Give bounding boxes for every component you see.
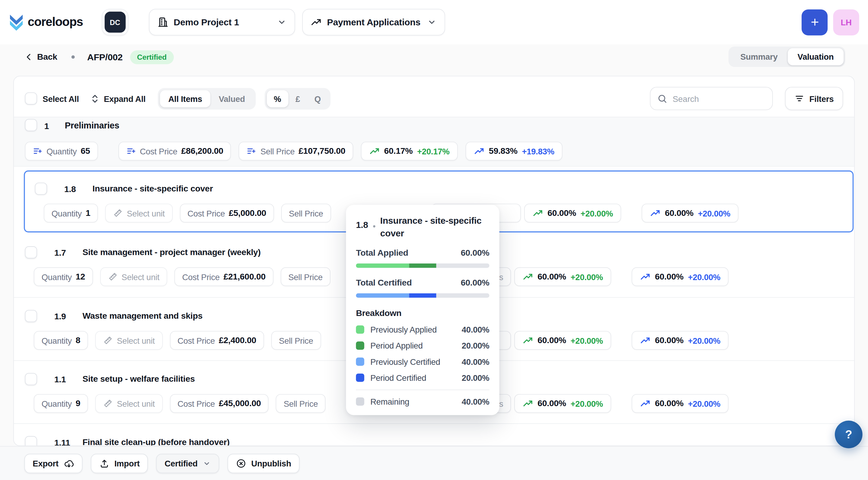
sell-price-chip[interactable]: Sell Price xyxy=(271,331,321,350)
select-unit-chip[interactable]: Select unit xyxy=(95,331,162,350)
chip-label: s xyxy=(499,272,503,281)
cost-price-chip[interactable]: Cost Price£45,000.00 xyxy=(170,394,269,413)
import-button[interactable]: Import xyxy=(91,454,148,473)
chip-value: 8 xyxy=(76,335,81,345)
cost-price-chip[interactable]: Cost Price£2,400.00 xyxy=(170,331,264,350)
percent-value: 60.00% xyxy=(537,271,566,282)
row-chips: Quantity9Select unitCost Price£45,000.00… xyxy=(34,394,326,413)
add-button[interactable] xyxy=(802,9,828,35)
applied-progress-bar xyxy=(356,263,489,268)
app-screen: coreloops DC Demo Project 1 xyxy=(0,0,868,480)
top-header: coreloops DC Demo Project 1 xyxy=(0,0,868,44)
applied-percent-chip[interactable]: 60.00%+20.00% xyxy=(514,267,611,286)
select-unit-chip[interactable]: Select unit xyxy=(105,203,173,222)
percent-delta: +20.00% xyxy=(688,272,720,281)
help-button[interactable]: ? xyxy=(835,421,863,448)
user-avatar[interactable]: LH xyxy=(833,9,859,35)
tooltip-item-number: 1.8 xyxy=(356,220,368,240)
module-selector-label: Payment Applications xyxy=(327,17,421,27)
certified-percent-chip[interactable]: 60.00%+20.00% xyxy=(631,394,728,413)
certified-percent-chip[interactable]: 60.00%+20.00% xyxy=(631,267,728,286)
percent-delta: +20.00% xyxy=(688,335,720,345)
bar-segment xyxy=(409,293,436,298)
trending-up-icon xyxy=(640,271,651,282)
applied-percent-chip[interactable]: 60.00%+20.00% xyxy=(514,394,611,413)
chip-label: Cost Price xyxy=(187,209,225,218)
percent-delta: +20.00% xyxy=(570,272,603,281)
applied-percent-chip[interactable]: 60.00%+20.00% xyxy=(524,203,621,222)
breakdown-heading: Breakdown xyxy=(356,309,489,318)
row-checkbox[interactable] xyxy=(25,246,37,258)
tab-summary[interactable]: Summary xyxy=(731,48,788,65)
project-selector[interactable]: Demo Project 1 xyxy=(149,9,295,35)
sell-price-chip[interactable]: Sell Price xyxy=(281,203,331,222)
legend-swatch xyxy=(356,358,364,366)
org-switcher[interactable]: DC xyxy=(102,9,128,35)
quantity-chip[interactable]: Quantity8 xyxy=(34,331,88,350)
select-unit-chip[interactable]: Select unit xyxy=(100,267,167,286)
row-chips: Quantity12Select unitCost Price£21,600.0… xyxy=(34,267,330,286)
quantity-chip[interactable]: Quantity9 xyxy=(34,394,88,413)
certified-progress-bar xyxy=(356,293,489,298)
row-number: 1.8 xyxy=(64,184,76,194)
valuation-row[interactable]: 1.11Final site clean-up (before handover… xyxy=(14,423,854,446)
quantity-chip[interactable]: Quantity12 xyxy=(34,267,93,286)
divider xyxy=(356,390,489,390)
breakdown-legend: Previously Applied40.00%Period Applied20… xyxy=(356,325,489,383)
chip-label: Cost Price xyxy=(182,272,220,281)
row-checkbox[interactable] xyxy=(25,373,37,385)
chip-label: Select unit xyxy=(117,398,155,408)
row-title: Site management - project manager (weekl… xyxy=(82,247,260,257)
tab-valuation[interactable]: Valuation xyxy=(787,48,843,65)
legend-swatch xyxy=(356,326,364,334)
legend-row: Period Certified20.00% xyxy=(356,373,489,382)
percent-value: 60.00% xyxy=(655,398,683,409)
quantity-chip[interactable]: Quantity1 xyxy=(44,203,98,222)
chip-value: 1 xyxy=(86,208,91,218)
row-number: 1.9 xyxy=(54,312,66,321)
application-reference: AFP/002 xyxy=(87,52,123,62)
cloud-download-icon xyxy=(63,458,74,469)
certified-percent-chip[interactable]: 60.00%+20.00% xyxy=(631,331,728,350)
chip-label: Quantity xyxy=(52,209,82,218)
export-label: Export xyxy=(33,459,59,468)
cost-price-chip[interactable]: Cost Price£21,600.00 xyxy=(174,267,273,286)
cost-price-chip[interactable]: Cost Price£5,000.00 xyxy=(180,203,274,222)
back-button[interactable]: Back xyxy=(25,52,57,62)
chip-label: Cost Price xyxy=(177,398,215,408)
chip-value: £2,400.00 xyxy=(219,335,256,345)
chip-label: Select unit xyxy=(127,209,165,218)
tooltip-item-title: Insurance - site-specific cover xyxy=(380,214,490,240)
chip-label: Sell Price xyxy=(288,272,323,281)
footer-bar: Export Import Certified xyxy=(0,446,868,480)
percent-value: 60.00% xyxy=(655,335,683,345)
ruler-icon xyxy=(103,398,113,409)
chevron-down-icon xyxy=(427,17,437,27)
certified-percent-chip[interactable]: 60.00%+20.00% xyxy=(642,203,739,222)
export-button[interactable]: Export xyxy=(25,454,82,473)
sell-price-chip[interactable]: Sell Price xyxy=(276,394,326,413)
certified-status-dropdown[interactable]: Certified xyxy=(156,454,219,473)
project-selector-label: Demo Project 1 xyxy=(174,17,239,27)
unpublish-label: Unpublish xyxy=(251,459,291,468)
total-applied-value: 60.00% xyxy=(461,248,490,258)
legend-value: 20.00% xyxy=(462,341,490,350)
row-checkbox[interactable] xyxy=(35,183,47,195)
chip-value: 12 xyxy=(76,271,85,282)
applied-percent-chip[interactable]: 60.00%+20.00% xyxy=(514,331,611,350)
legend-swatch xyxy=(356,397,364,406)
chip-label: Quantity xyxy=(42,398,72,408)
row-checkbox[interactable] xyxy=(25,436,37,446)
ruler-icon xyxy=(113,208,123,218)
sell-price-chip[interactable]: Sell Price xyxy=(280,267,330,286)
unpublish-button[interactable]: Unpublish xyxy=(227,454,300,473)
select-unit-chip[interactable]: Select unit xyxy=(95,394,162,413)
legend-value: 40.00% xyxy=(462,325,490,334)
module-selector[interactable]: Payment Applications xyxy=(302,9,445,35)
total-applied-label: Total Applied xyxy=(356,248,408,258)
chip-label: Sell Price xyxy=(279,335,313,345)
percent-value: 60.00% xyxy=(548,208,576,218)
row-checkbox[interactable] xyxy=(25,310,37,322)
brand[interactable]: coreloops xyxy=(9,13,83,31)
percent-delta: +20.00% xyxy=(570,335,603,345)
